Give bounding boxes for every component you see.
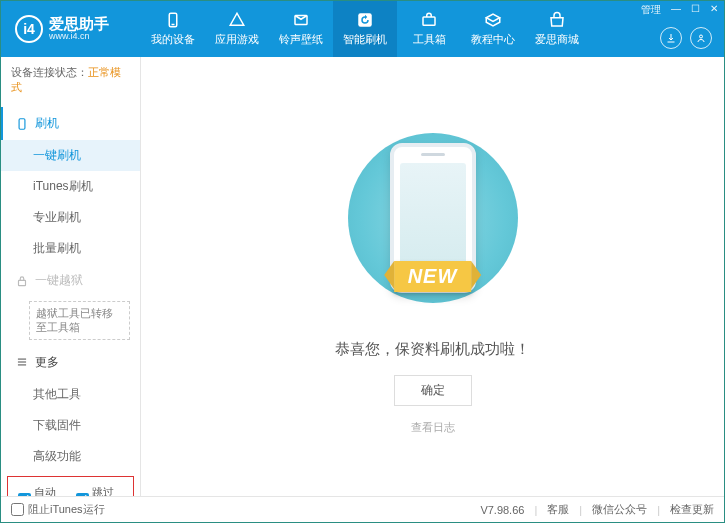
logo-icon: i4: [15, 15, 43, 43]
sidebar-group-jailbreak[interactable]: 一键越狱: [1, 264, 140, 297]
sidebar-item-batch[interactable]: 批量刷机: [1, 233, 140, 264]
sidebar-item-pro[interactable]: 专业刷机: [1, 202, 140, 233]
refresh-icon: [356, 11, 374, 29]
sidebar-item-itunes[interactable]: iTunes刷机: [1, 171, 140, 202]
confirm-button[interactable]: 确定: [394, 375, 472, 406]
nav-ringtones[interactable]: 铃声壁纸: [269, 1, 333, 57]
check-update-link[interactable]: 检查更新: [670, 502, 714, 517]
wechat-link[interactable]: 微信公众号: [592, 502, 647, 517]
nav-label: 爱思商城: [535, 32, 579, 47]
block-itunes-checkbox[interactable]: 阻止iTunes运行: [11, 502, 105, 517]
success-illustration: NEW: [348, 118, 518, 318]
brand-name: 爱思助手: [49, 16, 109, 33]
phone-icon: [164, 11, 182, 29]
window-menu-button[interactable]: 管理: [641, 3, 661, 17]
svg-rect-7: [19, 280, 26, 285]
download-icon[interactable]: [660, 27, 682, 49]
nav-my-device[interactable]: 我的设备: [141, 1, 205, 57]
wallpaper-icon: [292, 11, 310, 29]
phone-icon: [15, 117, 29, 131]
lock-icon: [15, 274, 29, 288]
svg-point-5: [700, 35, 703, 38]
options-row: 自动激活 跳过向导: [7, 476, 134, 496]
top-nav: 我的设备 应用游戏 铃声壁纸 智能刷机 工具箱 教程中心: [141, 1, 589, 57]
menu-icon: [15, 355, 29, 369]
nav-label: 智能刷机: [343, 32, 387, 47]
titlebar: i4 爱思助手 www.i4.cn 我的设备 应用游戏 铃声壁纸 智能刷机: [1, 1, 724, 57]
body: 设备连接状态：正常模式 刷机 一键刷机 iTunes刷机 专业刷机 批量刷机 一…: [1, 57, 724, 496]
checkbox-label: 跳过向导: [92, 485, 124, 496]
sidebar-item-advanced[interactable]: 高级功能: [1, 441, 140, 472]
new-ribbon: NEW: [394, 261, 472, 292]
sidebar-group-more[interactable]: 更多: [1, 346, 140, 379]
version-text: V7.98.66: [480, 504, 524, 516]
svg-rect-4: [423, 17, 435, 25]
group-label: 一键越狱: [35, 272, 83, 289]
nav-label: 铃声壁纸: [279, 32, 323, 47]
window-controls: 管理 — ☐ ✕: [641, 3, 718, 17]
app-window: i4 爱思助手 www.i4.cn 我的设备 应用游戏 铃声壁纸 智能刷机: [0, 0, 725, 523]
titlebar-right-circles: [660, 27, 712, 49]
sidebar: 设备连接状态：正常模式 刷机 一键刷机 iTunes刷机 专业刷机 批量刷机 一…: [1, 57, 141, 496]
sidebar-item-download-fw[interactable]: 下载固件: [1, 410, 140, 441]
main-content: NEW 恭喜您，保资料刷机成功啦！ 确定 查看日志: [141, 57, 724, 496]
user-icon[interactable]: [690, 27, 712, 49]
view-log-link[interactable]: 查看日志: [411, 420, 455, 435]
nav-label: 应用游戏: [215, 32, 259, 47]
nav-toolbox[interactable]: 工具箱: [397, 1, 461, 57]
footer-right: V7.98.66 | 客服 | 微信公众号 | 检查更新: [480, 502, 714, 517]
svg-rect-6: [19, 118, 25, 129]
nav-apps[interactable]: 应用游戏: [205, 1, 269, 57]
education-icon: [484, 11, 502, 29]
checkbox-label: 自动激活: [34, 485, 66, 496]
footer-left: 阻止iTunes运行: [11, 502, 105, 517]
store-icon: [548, 11, 566, 29]
nav-label: 我的设备: [151, 32, 195, 47]
nav-store[interactable]: 爱思商城: [525, 1, 589, 57]
logo-zone: i4 爱思助手 www.i4.cn: [1, 15, 141, 43]
jailbreak-note: 越狱工具已转移至工具箱: [29, 301, 130, 340]
minimize-button[interactable]: —: [671, 3, 681, 17]
toolbox-icon: [420, 11, 438, 29]
brand-url: www.i4.cn: [49, 32, 109, 42]
nav-tutorials[interactable]: 教程中心: [461, 1, 525, 57]
sidebar-item-other-tools[interactable]: 其他工具: [1, 379, 140, 410]
nav-label: 教程中心: [471, 32, 515, 47]
nav-label: 工具箱: [413, 32, 446, 47]
skip-setup-checkbox[interactable]: 跳过向导: [76, 485, 124, 496]
sidebar-item-oneclick[interactable]: 一键刷机: [1, 140, 140, 171]
support-link[interactable]: 客服: [547, 502, 569, 517]
checkbox-label: 阻止iTunes运行: [28, 502, 105, 517]
close-button[interactable]: ✕: [710, 3, 718, 17]
brand-text: 爱思助手 www.i4.cn: [49, 16, 109, 42]
group-label: 刷机: [35, 115, 59, 132]
nav-flash[interactable]: 智能刷机: [333, 1, 397, 57]
apps-icon: [228, 11, 246, 29]
group-label: 更多: [35, 354, 59, 371]
sidebar-group-flash[interactable]: 刷机: [1, 107, 140, 140]
status-label: 设备连接状态：: [11, 66, 88, 78]
success-message: 恭喜您，保资料刷机成功啦！: [335, 340, 530, 359]
maximize-button[interactable]: ☐: [691, 3, 700, 17]
auto-activate-checkbox[interactable]: 自动激活: [18, 485, 66, 496]
connection-status: 设备连接状态：正常模式: [1, 57, 140, 103]
footer: 阻止iTunes运行 V7.98.66 | 客服 | 微信公众号 | 检查更新: [1, 496, 724, 522]
